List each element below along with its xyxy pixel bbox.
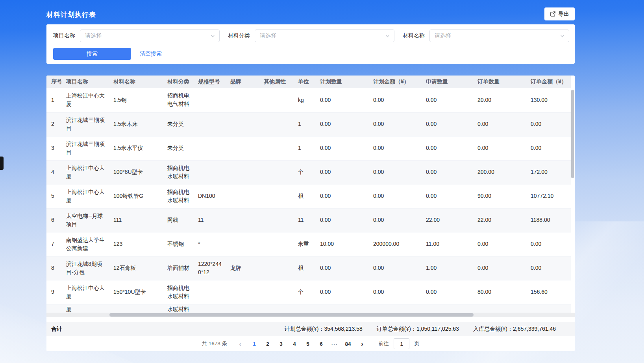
table-cell [259,88,293,112]
table-cell [226,208,259,232]
table-cell: 上海松江中心大厦 [61,88,109,112]
table-cell: kg [293,88,315,112]
export-button[interactable]: 导出 [544,7,575,20]
table-cell: 12石膏板 [109,256,163,280]
table-cell: 150*10U型卡 [109,280,163,304]
goto-page-label: 前往 [378,340,389,347]
filter-project-name: 项目名称 请选择 [53,29,220,42]
table-cell: DN100 [193,184,226,208]
table-cell: 4 [46,160,61,184]
page-button[interactable]: 84 [342,341,354,347]
table-cell: 1.00 [421,256,473,280]
chevron-down-icon [385,33,390,39]
table-cell: 0.00 [421,184,473,208]
table-cell [259,184,293,208]
search-button[interactable]: 搜索 [53,48,131,60]
table-cell: 1 [46,88,61,112]
table-cell [259,304,293,313]
table-cell [193,280,226,304]
clear-search-link[interactable]: 清空搜索 [140,50,162,57]
table-cell: 100铸铁管G [109,184,163,208]
table-cell [193,160,226,184]
table-cell: 米重 [293,232,315,256]
vertical-scrollbar-thumb[interactable] [571,90,574,178]
page-button[interactable]: 6 [315,341,327,347]
table-cell [226,136,259,160]
horizontal-scrollbar-thumb[interactable] [109,313,474,317]
table-cell [226,280,259,304]
summary-total: 计划总金额(¥)：354,568,213.58 [284,326,362,333]
table-cell: 上海松江中心大厦 [61,184,109,208]
table-row: 7南钢盛达大学生公寓新建123不锈钢*米重10.00200000.0011.00… [46,232,571,256]
table-cell: 0.00 [315,160,368,184]
goto-page-input[interactable] [394,338,409,349]
table-cell: 11.00 [421,232,473,256]
page-button[interactable]: 4 [289,341,300,347]
table-row: 1上海松江中心大厦1.5钢招商机电电气材料kg0.000.000.0020.00… [46,88,571,112]
page-button[interactable]: 3 [275,341,287,347]
table-cell: 2 [46,112,61,136]
table-cell: 0.00 [526,136,571,160]
table-cell [226,184,259,208]
column-header: 材料分类 [163,76,193,88]
table-cell [293,304,315,313]
page-button[interactable]: 2 [262,341,274,347]
table-cell: * [193,232,226,256]
table-cell: 1220*2440*12 [193,256,226,280]
table-row: 9上海松江中心大厦150*10U型卡招商机电水暖材料个0.000.000.008… [46,280,571,304]
table-cell: 滨江花城三期项目 [61,136,109,160]
table-cell: 0.00 [421,136,473,160]
prev-page-button[interactable]: ‹ [234,341,246,347]
table-cell: 未分类 [163,112,193,136]
table-cell: 1.5米水平仪 [109,136,163,160]
table-cell: 未分类 [163,136,193,160]
table-cell: 0.00 [473,112,526,136]
table-row: 6太空电梯--月球项目111网线11110.000.0022.0022.0011… [46,208,571,232]
table-cell: 0.00 [473,232,526,256]
table-cell: 7 [46,232,61,256]
table-row-partial: 厦水暖材料 [46,304,571,313]
table-cell: 1 [293,136,315,160]
more-pages-button[interactable]: ··· [329,341,341,347]
table-cell: 0.00 [315,184,368,208]
table-cell [46,304,61,313]
data-table-panel: 序号项目名称材料名称材料分类规格型号品牌其他属性单位计划数量计划金额（¥）申请数… [46,76,575,351]
table-cell: 1 [293,112,315,136]
table-cell: 200000.00 [368,232,421,256]
table-cell: 100*8U型卡 [109,160,163,184]
table-cell: 0.00 [473,256,526,280]
table-cell: 200.00 [473,160,526,184]
table-cell [526,304,571,313]
table-cell: 0.00 [421,88,473,112]
table-cell: 0.00 [368,160,421,184]
table-cell: 0.00 [526,256,571,280]
material-name-select[interactable]: 请选择 [429,29,569,42]
page-button[interactable]: 1 [248,341,260,347]
project-name-select[interactable]: 请选择 [80,29,220,42]
horizontal-scrollbar[interactable] [46,313,575,317]
table-cell: 1188.00 [526,208,571,232]
column-header: 计划金额（¥） [368,76,421,88]
export-label: 导出 [558,11,569,18]
table-row: 4上海松江中心大厦100*8U型卡招商机电水暖材料个0.000.000.0020… [46,160,571,184]
table-cell [259,232,293,256]
table-cell: 9 [46,280,61,304]
table-cell: 123 [109,232,163,256]
table-cell: 0.00 [368,208,421,232]
table-cell: 6 [46,208,61,232]
table-cell: 0.00 [315,136,368,160]
table-header-row: 序号项目名称材料名称材料分类规格型号品牌其他属性单位计划数量计划金额（¥）申请数… [46,76,571,88]
drawer-toggle-handle[interactable] [0,157,4,170]
page-button[interactable]: 5 [302,341,314,347]
table-cell: 0.00 [421,160,473,184]
table-cell: 0.00 [368,136,421,160]
table-cell: 0.00 [315,88,368,112]
top-bar: 材料计划执行表 导出 [46,0,575,24]
materials-table: 序号项目名称材料名称材料分类规格型号品牌其他属性单位计划数量计划金额（¥）申请数… [46,76,571,313]
next-page-button[interactable]: › [356,341,368,347]
table-cell: 个 [293,280,315,304]
material-category-select[interactable]: 请选择 [255,29,394,42]
table-cell: 0.00 [315,208,368,232]
filter-panel: 项目名称 请选择 材料分类 请选择 材料名称 请选择 搜索 清空搜索 [46,24,575,64]
table-cell: 11 [193,208,226,232]
